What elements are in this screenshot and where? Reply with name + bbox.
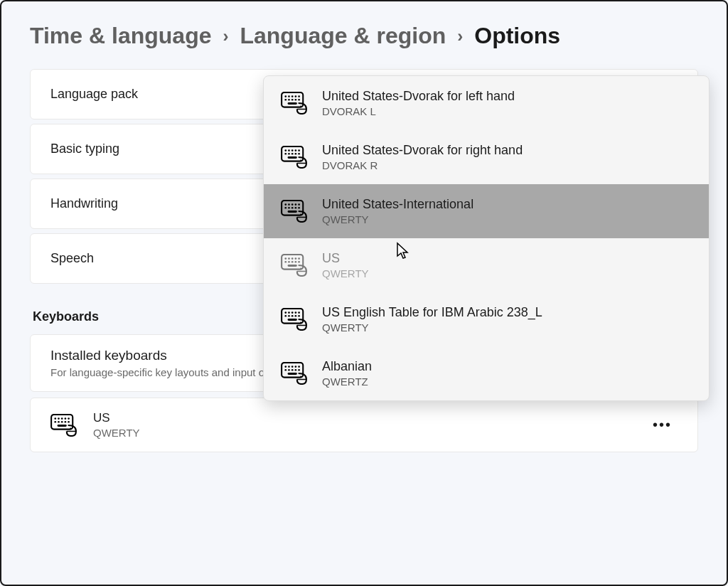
dropdown-item-layout: QWERTY: [322, 213, 473, 225]
dropdown-item-name: United States-Dvorak for left hand: [322, 89, 515, 104]
keyboard-icon: [281, 362, 308, 385]
more-options-button[interactable]: •••: [647, 414, 678, 436]
installed-keyboard-row[interactable]: US QWERTY •••: [30, 398, 698, 452]
dropdown-item-name: United States-International: [322, 197, 473, 212]
installed-keyboards-title: Installed keyboards: [50, 348, 293, 363]
dropdown-item-layout: QWERTY: [322, 321, 542, 334]
chevron-right-icon: ›: [457, 26, 463, 46]
breadcrumb-language-region[interactable]: Language & region: [240, 23, 446, 49]
keyboard-icon: [281, 92, 308, 114]
keyboard-layout-dropdown: United States-Dvorak for left hand DVORA…: [263, 75, 710, 401]
breadcrumb-time-language[interactable]: Time & language: [30, 23, 211, 49]
dropdown-item[interactable]: United States-International QWERTY: [264, 184, 709, 238]
installed-keyboards-subtitle: For language-specific key layouts and in…: [50, 366, 293, 378]
dropdown-item-name: US English Table for IBM Arabic 238_L: [322, 305, 542, 320]
dropdown-item-name: US: [322, 251, 369, 266]
dropdown-item: US QWERTY: [264, 238, 709, 292]
breadcrumb: Time & language › Language & region › Op…: [30, 23, 698, 49]
installed-keyboard-layout: QWERTY: [93, 427, 631, 439]
installed-keyboard-name: US: [93, 411, 631, 425]
keyboard-icon: [281, 254, 308, 277]
chevron-right-icon: ›: [223, 26, 228, 46]
dropdown-item-name: Albanian: [322, 359, 372, 374]
dropdown-item[interactable]: US English Table for IBM Arabic 238_L QW…: [264, 292, 709, 346]
dropdown-item-name: United States-Dvorak for right hand: [322, 143, 523, 158]
dropdown-item-layout: DVORAK L: [322, 105, 515, 117]
dropdown-item-layout: QWERTZ: [322, 375, 372, 388]
dropdown-item[interactable]: United States-Dvorak for left hand DVORA…: [264, 76, 709, 130]
keyboard-icon: [281, 146, 308, 169]
keyboard-icon: [281, 308, 308, 331]
dropdown-item-layout: DVORAK R: [322, 159, 523, 171]
keyboard-icon: [281, 200, 308, 223]
keyboard-icon: [50, 414, 77, 437]
dropdown-item[interactable]: United States-Dvorak for right hand DVOR…: [264, 130, 709, 184]
dropdown-item-layout: QWERTY: [322, 267, 369, 279]
dropdown-item[interactable]: Albanian QWERTZ: [264, 346, 709, 400]
breadcrumb-options: Options: [474, 23, 560, 49]
